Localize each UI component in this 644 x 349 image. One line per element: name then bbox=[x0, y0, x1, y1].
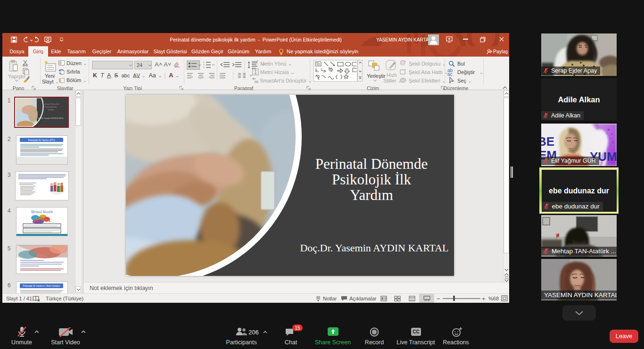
svg-text:Mental Health: Mental Health bbox=[31, 210, 53, 214]
svg-text:Doç.Dr. Yasemin AYDIN KARTAL: Doç.Dr. Yasemin AYDIN KARTAL bbox=[38, 117, 64, 119]
svg-text:Yardım: Yardım bbox=[48, 108, 54, 111]
svg-text:Yardım: Yardım bbox=[350, 187, 393, 203]
svg-text:BE: BE bbox=[541, 134, 554, 149]
svg-text:Perinatal Dönemde: Perinatal Dönemde bbox=[42, 103, 59, 105]
svg-text:Psikolojik İlk Yardım (PİY): Psikolojik İlk Yardım (PİY) bbox=[28, 139, 55, 141]
svg-text:Psikolojik İlk: Psikolojik İlk bbox=[332, 171, 411, 188]
svg-text:Doç.Dr. Yasemin AYDIN KARTAL: Doç.Dr. Yasemin AYDIN KARTAL bbox=[300, 242, 448, 254]
svg-text:Psikolojik İlk Yardım'ın Tari: Psikolojik İlk Yardım'ın Tarihi Gelişimi bbox=[23, 284, 60, 287]
svg-text:Perinatal Dönemde: Perinatal Dönemde bbox=[315, 156, 428, 172]
svg-text:Psikolojik İlk: Psikolojik İlk bbox=[45, 106, 58, 108]
